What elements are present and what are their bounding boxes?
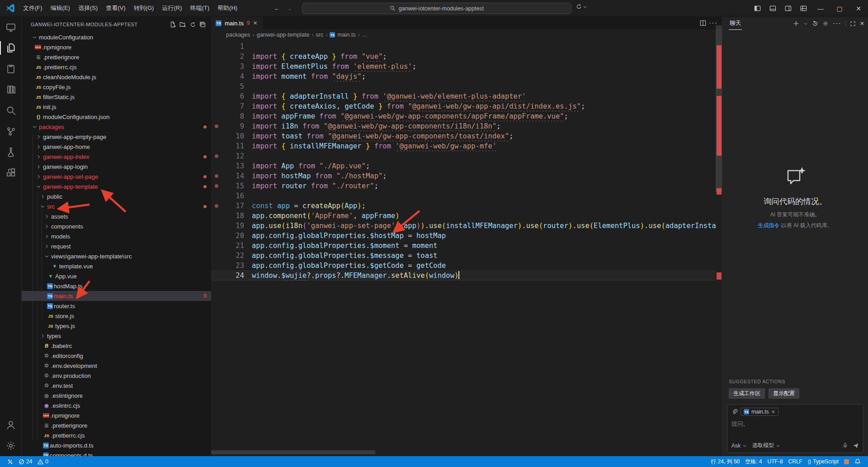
code-line-4[interactable]: 4import moment from "dayjs"; xyxy=(211,71,716,81)
chevron-down-icon[interactable] xyxy=(35,183,42,190)
chevron-right-icon[interactable] xyxy=(43,243,50,250)
breadcrumb-item[interactable]: ganwei-app-template xyxy=(257,32,310,38)
tree-item-moduleconfiguration.json[interactable]: {}moduleConfiguration.json xyxy=(22,112,211,122)
tree-item-types[interactable]: types xyxy=(22,331,211,341)
code-line-13[interactable]: 13import App from "./App.vue"; xyxy=(211,161,716,171)
more-ellipsis-icon[interactable]: ··· xyxy=(833,19,841,28)
tree-item-components.d.ts[interactable]: TScomponents.d.ts xyxy=(22,450,211,456)
chevron-right-icon[interactable] xyxy=(35,133,42,140)
code-line-19[interactable]: 19app.use(i18n('ganwei-app-set-page', ap… xyxy=(211,221,716,231)
tree-item-.eslintignore[interactable]: ◎.eslintignore xyxy=(22,391,211,400)
status-errors-count[interactable]: 24 xyxy=(16,456,35,467)
new-folder-icon[interactable] xyxy=(178,19,188,29)
tree-item-init.js[interactable]: JSinit.js xyxy=(22,102,211,112)
layout-sidebar-right-icon[interactable] xyxy=(780,0,796,17)
chevron-down-icon[interactable] xyxy=(39,203,46,210)
tree-item-.npmignore[interactable]: npm.npmignore xyxy=(22,410,211,420)
tree-item-ganwei-app-index[interactable]: ganwei-app-index xyxy=(22,152,211,162)
gutter-dot-icon[interactable] xyxy=(215,174,218,178)
chat-mode-dropdown[interactable]: Ask xyxy=(731,443,747,449)
code-line-3[interactable]: 3import ElementPlus from 'element-plus'; xyxy=(211,62,716,71)
code-line-11[interactable]: 11import { installMFEManager } from '@ga… xyxy=(211,141,716,151)
tree-item-router.ts[interactable]: TSrouter.ts xyxy=(22,301,211,311)
tree-item-.env.development[interactable]: ⚙.env.development xyxy=(22,361,211,371)
breadcrumb[interactable]: packages›ganwei-app-template›src›TSmain.… xyxy=(211,29,722,40)
tree-item-components[interactable]: components xyxy=(22,221,211,231)
tree-item-store.js[interactable]: JSstore.js xyxy=(22,311,211,321)
breadcrumb-item[interactable]: src xyxy=(316,32,324,38)
tree-item-src[interactable]: src xyxy=(22,201,211,211)
gutter-dot-icon[interactable] xyxy=(215,154,218,158)
nav-back-icon[interactable]: ← xyxy=(274,5,280,12)
code-line-23[interactable]: 23app.config.globalProperties.$getCode =… xyxy=(211,261,716,271)
code-line-18[interactable]: 18app.component('AppFrame', appFrame) xyxy=(211,211,716,221)
layout-sidebar-left-icon[interactable] xyxy=(750,0,765,17)
new-session-button[interactable] xyxy=(576,4,587,10)
tab-main-ts[interactable]: TS main.ts 9 ✕ xyxy=(211,17,263,29)
chevron-right-icon[interactable] xyxy=(43,233,50,240)
activity-explorer-icon[interactable] xyxy=(0,38,22,58)
window-maximize-button[interactable]: ▢ xyxy=(830,0,849,17)
tree-item-template.vue[interactable]: ▼template.vue xyxy=(22,261,211,271)
window-minimize-button[interactable]: — xyxy=(811,0,830,17)
tab-close-icon[interactable]: ✕ xyxy=(253,20,258,26)
menu-r[interactable]: 运行(R) xyxy=(158,2,186,14)
menu-f[interactable]: 文件(F) xyxy=(19,2,47,14)
status-notifications-bell[interactable] xyxy=(852,456,863,467)
tree-item-.env.production[interactable]: ⚙.env.production xyxy=(22,371,211,381)
status-warnings-count[interactable]: 0 xyxy=(35,456,51,467)
tree-item-copyfile.js[interactable]: JScopyFile.js xyxy=(22,82,211,92)
chevron-down-icon[interactable] xyxy=(31,33,38,41)
activity-search-icon[interactable] xyxy=(0,100,22,121)
status-encoding[interactable]: UTF-8 xyxy=(765,456,786,467)
mic-icon[interactable] xyxy=(842,443,848,448)
chevron-down-icon[interactable] xyxy=(43,253,50,260)
chip-close-icon[interactable]: ✕ xyxy=(771,409,775,415)
attach-context-icon[interactable] xyxy=(731,409,738,415)
code-line-10[interactable]: 10import toast from "@ganwei-web/gw-app-… xyxy=(211,131,716,141)
new-file-icon[interactable] xyxy=(168,19,178,29)
command-center-search[interactable]: ganwei-iotcenter-modules-apptest xyxy=(302,3,571,14)
code-line-1[interactable]: 1 xyxy=(211,42,716,52)
model-picker-dropdown[interactable]: 选取模型 xyxy=(752,442,780,449)
chevron-right-icon[interactable] xyxy=(35,173,42,180)
tree-item-.editorconfig[interactable]: ⚙.editorconfig xyxy=(22,351,211,361)
code-line-15[interactable]: 15import router from "./router"; xyxy=(211,181,716,191)
gear-icon[interactable] xyxy=(822,20,829,27)
split-editor-icon[interactable] xyxy=(700,20,706,26)
tree-item-packages[interactable]: packages xyxy=(22,122,211,132)
tree-item-.prettierrc.cjs[interactable]: JS.prettierrc.cjs xyxy=(22,430,211,440)
code-line-22[interactable]: 22app.config.globalProperties.$message =… xyxy=(211,251,716,261)
activity-extensions-icon[interactable] xyxy=(0,162,22,183)
close-panel-icon[interactable]: ✕ xyxy=(860,20,864,27)
code-line-21[interactable]: 21app.config.globalProperties.$moment = … xyxy=(211,241,716,251)
editor-horizontal-scrollbar[interactable] xyxy=(211,450,375,454)
activity-source-control-icon[interactable] xyxy=(0,121,22,142)
code-line-17[interactable]: 17const app = createApp(App); xyxy=(211,201,716,211)
activity-settings-icon[interactable] xyxy=(0,435,22,456)
code-line-12[interactable]: 12 xyxy=(211,151,716,161)
menu-s[interactable]: 选择(S) xyxy=(74,2,102,14)
tree-item-assets[interactable]: assets xyxy=(22,211,211,221)
breadcrumb-item[interactable]: main.ts xyxy=(337,32,355,38)
status-remote-indicator[interactable] xyxy=(5,456,16,467)
tree-item-auto-imports.d.ts[interactable]: TSauto-imports.d.ts xyxy=(22,440,211,450)
send-icon[interactable] xyxy=(853,443,859,449)
code-line-2[interactable]: 2import { createApp } from "vue"; xyxy=(211,52,716,62)
code-line-9[interactable]: 9import i18n from "@ganwei-web/gw-app-co… xyxy=(211,121,716,131)
chevron-right-icon[interactable] xyxy=(43,213,50,220)
menu-e[interactable]: 编辑(E) xyxy=(47,2,74,14)
status-cursor-position[interactable]: 行 24, 列 50 xyxy=(708,456,742,467)
menu-g[interactable]: 转到(G) xyxy=(130,2,158,14)
activity-library-icon[interactable] xyxy=(0,79,22,100)
suggested-button-显示配置[interactable]: 显示配置 xyxy=(769,388,799,399)
status-language-mode[interactable]: {}TypeScript xyxy=(805,456,841,467)
tree-item-app.vue[interactable]: ▼App.vue xyxy=(22,271,211,281)
attached-file-chip[interactable]: TS main.ts ✕ xyxy=(741,408,778,416)
status-indentation[interactable]: 空格: 4 xyxy=(742,456,764,467)
layout-customize-icon[interactable] xyxy=(796,0,811,17)
activity-test-beaker-icon[interactable] xyxy=(0,142,22,162)
menu-v[interactable]: 查看(V) xyxy=(102,2,129,14)
code-line-16[interactable]: 16 xyxy=(211,191,716,201)
new-chat-plus-icon[interactable] xyxy=(793,20,799,27)
